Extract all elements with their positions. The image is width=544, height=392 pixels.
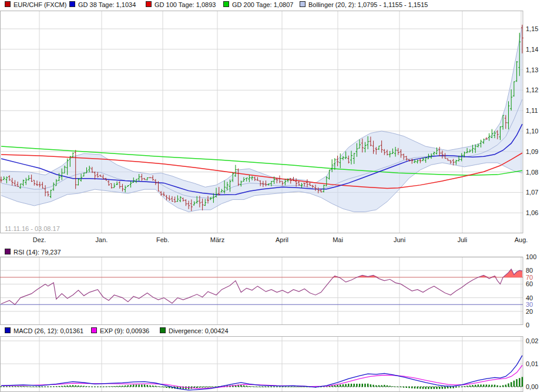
legend-swatch-icon [5, 327, 11, 333]
svg-text:Juli: Juli [458, 236, 468, 243]
legend-item-rsi[interactable]: RSI (14): 79,237 [5, 249, 61, 256]
legend-label: MACD (26, 12): 0,01361 [14, 327, 83, 334]
legend-item-exp[interactable]: EXP (9): 0,00936 [91, 327, 149, 334]
legend-item-bollinger[interactable]: Bollinger (20, 2): 1,0795 - 1,1155 - 1,1… [300, 1, 428, 8]
legend-swatch-icon [5, 1, 11, 7]
svg-text:0,02: 0,02 [526, 337, 538, 344]
price-panel-legend: EUR/CHF (FXCM)GD 38 Tage: 1,1034GD 100 T… [0, 1, 544, 9]
legend-item-gd200[interactable]: GD 200 Tage: 1,0807 [223, 1, 293, 8]
legend-label: GD 200 Tage: 1,0807 [232, 1, 293, 8]
svg-text:März: März [210, 236, 224, 243]
legend-item-divergence[interactable]: Divergence: 0,00424 [160, 327, 229, 334]
legend-label: Divergence: 0,00424 [169, 327, 229, 334]
svg-text:20: 20 [526, 308, 533, 315]
legend-item-instrument[interactable]: EUR/CHF (FXCM) [5, 1, 66, 8]
legend-item-gd100[interactable]: GD 100 Tage: 1,0893 [146, 1, 216, 8]
svg-text:1,06: 1,06 [526, 209, 538, 216]
svg-text:Aug.: Aug. [515, 236, 528, 243]
svg-text:Juni: Juni [394, 236, 405, 243]
bollinger-band [1, 26, 522, 212]
legend-swatch-icon [300, 1, 305, 7]
legend-label: GD 100 Tage: 1,0893 [155, 1, 216, 8]
legend-swatch-icon [160, 327, 166, 333]
legend-swatch-icon [146, 1, 152, 7]
svg-text:0,00: 0,00 [526, 383, 538, 390]
date-range-label: 11.11.16 - 03.08.17 [5, 225, 60, 232]
svg-text:80: 80 [526, 267, 533, 274]
legend-label: EUR/CHF (FXCM) [14, 1, 66, 8]
svg-text:70: 70 [526, 274, 533, 281]
legend-label: Bollinger (20, 2): 1,0795 - 1,1155 - 1,1… [308, 1, 428, 8]
rsi-plot [0, 269, 523, 304]
svg-text:1,15: 1,15 [526, 25, 538, 32]
svg-text:Feb.: Feb. [156, 236, 169, 243]
svg-text:1,13: 1,13 [526, 66, 538, 73]
svg-text:1,12: 1,12 [526, 86, 538, 93]
month-axis: Dez.Jan.Feb.MärzAprilMaiJuniJuliAug. [33, 236, 528, 243]
legend-label: GD 38 Tage: 1,1034 [78, 1, 136, 8]
legend-swatch-icon [91, 327, 97, 333]
svg-text:1,08: 1,08 [526, 169, 538, 176]
rsi-line [1, 269, 522, 304]
legend-swatch-icon [223, 1, 229, 7]
svg-text:Jan.: Jan. [96, 236, 108, 243]
svg-text:1,14: 1,14 [526, 46, 538, 53]
legend-item-macd[interactable]: MACD (26, 12): 0,01361 [5, 327, 83, 334]
svg-text:1,10: 1,10 [526, 128, 538, 135]
legend-label: EXP (9): 0,00936 [100, 327, 149, 334]
legend-swatch-icon [5, 249, 11, 254]
svg-text:0,01: 0,01 [526, 360, 538, 367]
chart-window: 1,151,141,131,121,111,101,091,081,071,06… [0, 0, 544, 392]
legend-item-gd38[interactable]: GD 38 Tage: 1,1034 [69, 1, 136, 8]
svg-text:40: 40 [526, 294, 533, 301]
svg-text:April: April [276, 236, 288, 243]
macd-plot [0, 356, 523, 390]
svg-text:30: 30 [526, 301, 533, 308]
svg-text:1,09: 1,09 [526, 148, 538, 155]
svg-text:1,11: 1,11 [526, 107, 538, 114]
legend-swatch-icon [69, 1, 75, 7]
rsi-panel-legend: RSI (14): 79,237 [0, 249, 544, 257]
svg-text:Dez.: Dez. [33, 236, 46, 243]
legend-label: RSI (14): 79,237 [14, 249, 61, 256]
macd-panel-legend: MACD (26, 12): 0,01361EXP (9): 0,00936Di… [0, 327, 544, 336]
svg-text:60: 60 [526, 280, 533, 287]
svg-text:1,07: 1,07 [526, 189, 538, 196]
svg-text:Mai: Mai [333, 236, 343, 243]
